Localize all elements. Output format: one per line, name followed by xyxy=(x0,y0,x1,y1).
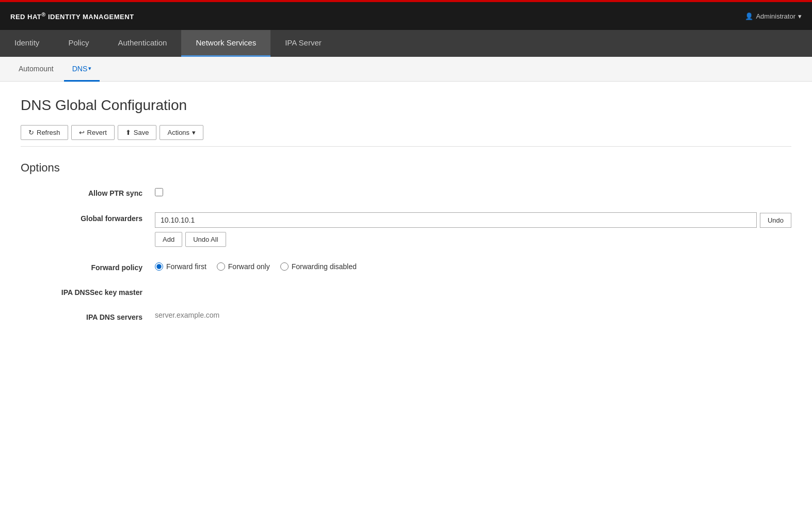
nav-item-policy[interactable]: Policy xyxy=(54,30,103,57)
forward-first-radio[interactable] xyxy=(155,262,163,271)
actions-button[interactable]: Actions ▾ xyxy=(160,125,203,140)
sub-nav-dns[interactable]: DNS ▾ xyxy=(64,57,100,82)
user-menu-chevron: ▾ xyxy=(798,12,802,20)
add-label: Add xyxy=(163,236,174,243)
header: RED HAT® IDENTITY MANAGEMENT 👤 Administr… xyxy=(0,2,812,30)
ipa-dnssec-label: IPA DNSSec key master xyxy=(21,286,155,296)
global-forwarders-input[interactable] xyxy=(155,212,757,228)
sub-nav: Automount DNS ▾ xyxy=(0,57,812,82)
app-title: RED HAT® IDENTITY MANAGEMENT xyxy=(10,11,134,21)
actions-chevron: ▾ xyxy=(192,129,196,136)
forward-only-radio[interactable] xyxy=(217,262,225,271)
ipa-dns-servers-label: IPA DNS servers xyxy=(21,311,155,321)
revert-label: Revert xyxy=(87,129,107,136)
app-title-rest: IDENTITY MANAGEMENT xyxy=(46,13,134,21)
allow-ptr-sync-label: Allow PTR sync xyxy=(21,187,155,197)
forward-only-label: Forward only xyxy=(228,262,270,271)
undo-all-label: Undo All xyxy=(193,236,218,243)
main-content: DNS Global Configuration ↻ Refresh ↩ Rev… xyxy=(0,82,812,351)
forwarding-disabled-label: Forwarding disabled xyxy=(292,262,357,271)
revert-button[interactable]: ↩ Revert xyxy=(71,125,115,140)
revert-icon: ↩ xyxy=(79,129,85,136)
nav-item-ipa-server[interactable]: IPA Server xyxy=(270,30,336,57)
save-icon: ⬆ xyxy=(125,129,131,136)
forwarder-undo-all-button[interactable]: Undo All xyxy=(185,232,226,247)
forward-policy-row: Forward policy Forward first Forward onl… xyxy=(21,261,791,272)
forward-only-option[interactable]: Forward only xyxy=(217,262,270,271)
save-label: Save xyxy=(134,129,149,136)
refresh-icon: ↻ xyxy=(28,129,34,136)
allow-ptr-sync-row: Allow PTR sync xyxy=(21,187,791,198)
global-forwarders-value: Undo Add Undo All xyxy=(155,212,791,247)
red-hat-text: RED HAT xyxy=(10,13,41,21)
forward-policy-radio-group: Forward first Forward only Forwarding di… xyxy=(155,261,791,271)
page-title: DNS Global Configuration xyxy=(21,97,791,114)
dns-dropdown-chevron: ▾ xyxy=(88,65,91,72)
sub-nav-automount[interactable]: Automount xyxy=(10,57,62,82)
toolbar-divider xyxy=(21,146,791,147)
nav-item-network-services[interactable]: Network Services xyxy=(181,30,270,57)
forwarder-add-button[interactable]: Add xyxy=(155,232,182,247)
ipa-dns-servers-row: IPA DNS servers server.example.com xyxy=(21,311,791,321)
save-button[interactable]: ⬆ Save xyxy=(118,125,157,140)
ipa-dnssec-row: IPA DNSSec key master xyxy=(21,286,791,296)
forwarding-disabled-option[interactable]: Forwarding disabled xyxy=(280,262,357,271)
ipa-dns-servers-value: server.example.com xyxy=(155,311,791,319)
forward-policy-value: Forward first Forward only Forwarding di… xyxy=(155,261,791,271)
forward-policy-label: Forward policy xyxy=(21,261,155,272)
nav-item-identity[interactable]: Identity xyxy=(0,30,54,57)
toolbar: ↻ Refresh ↩ Revert ⬆ Save Actions ▾ xyxy=(21,125,791,140)
refresh-button[interactable]: ↻ Refresh xyxy=(21,125,68,140)
refresh-label: Refresh xyxy=(37,129,60,136)
allow-ptr-sync-checkbox[interactable] xyxy=(155,188,163,196)
ipa-dns-servers-text: server.example.com xyxy=(155,309,219,319)
allow-ptr-sync-value xyxy=(155,187,791,198)
global-forwarders-row: Global forwarders Undo Add Undo All xyxy=(21,212,791,247)
main-nav: Identity Policy Authentication Network S… xyxy=(0,30,812,57)
user-icon: 👤 xyxy=(745,12,753,20)
logo: RED HAT® IDENTITY MANAGEMENT xyxy=(10,11,134,21)
trademark: ® xyxy=(41,11,45,18)
user-menu[interactable]: 👤 Administrator ▾ xyxy=(745,12,802,20)
forward-first-option[interactable]: Forward first xyxy=(155,262,206,271)
forwarding-disabled-radio[interactable] xyxy=(280,262,289,271)
options-section-title: Options xyxy=(21,161,791,175)
forwarder-undo-button[interactable]: Undo xyxy=(760,213,791,228)
nav-item-authentication[interactable]: Authentication xyxy=(103,30,181,57)
forwarder-btn-row: Add Undo All xyxy=(155,232,791,247)
forward-first-label: Forward first xyxy=(166,262,206,271)
forwarder-input-row: Undo xyxy=(155,212,791,228)
actions-label: Actions xyxy=(167,129,189,136)
global-forwarders-label: Global forwarders xyxy=(21,212,155,223)
username-label: Administrator xyxy=(756,12,795,20)
